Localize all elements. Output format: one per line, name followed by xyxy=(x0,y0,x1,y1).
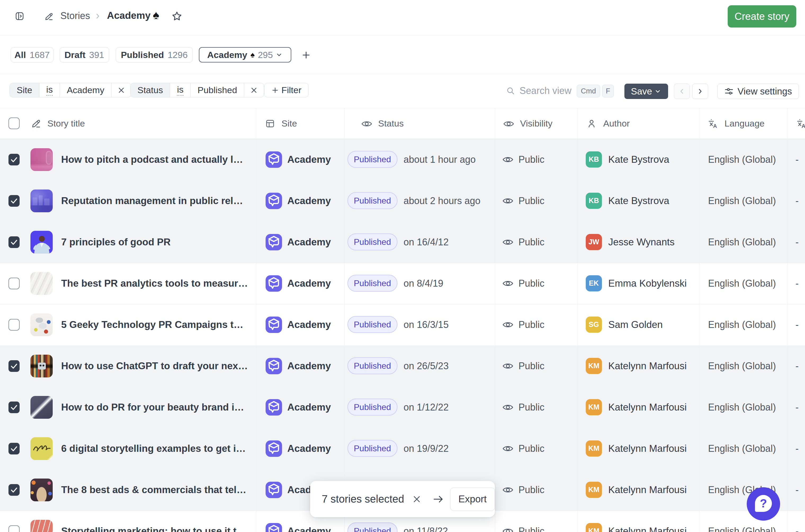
svg-text:A: A xyxy=(713,123,717,129)
svg-text:A: A xyxy=(802,123,805,129)
